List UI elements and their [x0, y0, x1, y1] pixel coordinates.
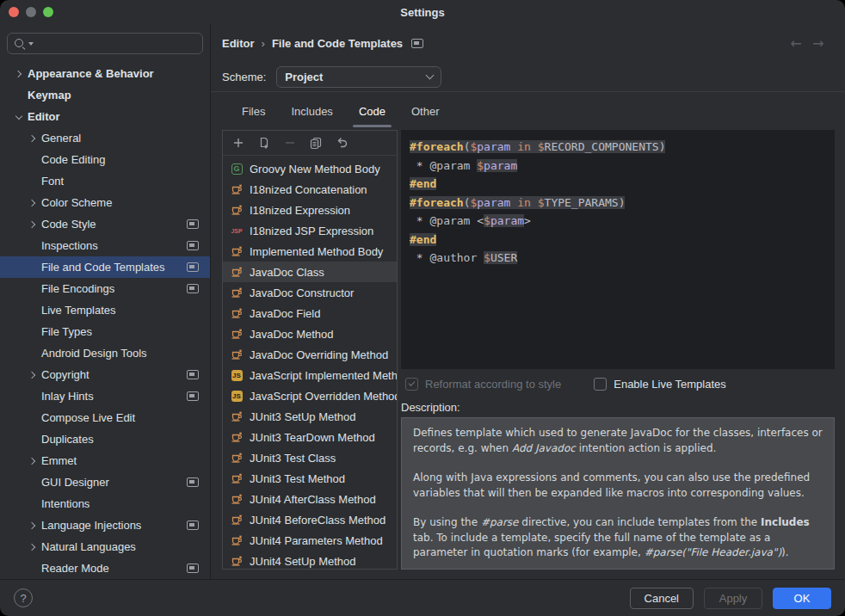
template-list-item[interactable]: JavaDoc Overriding Method	[223, 344, 397, 365]
tree-chevron-right-icon[interactable]	[24, 373, 41, 378]
sidebar-item-copyright[interactable]: Copyright	[0, 364, 210, 385]
sidebar-item-editor[interactable]: Editor	[0, 106, 210, 127]
template-list-item[interactable]: JUnit3 SetUp Method	[223, 406, 397, 427]
sidebar-item-natural-languages[interactable]: Natural Languages	[0, 536, 210, 557]
search-options-caret-icon[interactable]	[28, 42, 34, 46]
tree-chevron-right-icon[interactable]	[24, 222, 41, 227]
description-panel[interactable]: Defines template which used to generate …	[401, 417, 835, 570]
enable-live-templates-checkbox[interactable]	[594, 378, 607, 391]
reset-to-default-icon[interactable]	[331, 133, 352, 152]
duplicate-template-button[interactable]	[305, 133, 326, 152]
sidebar-item-label: Inlay Hints	[41, 390, 94, 403]
back-arrow-button[interactable]: ←	[785, 35, 807, 52]
search-input[interactable]	[35, 37, 197, 50]
template-list-item[interactable]: JSJavaScript Overridden Method	[223, 385, 397, 406]
sidebar-item-file-types[interactable]: File Types	[0, 321, 210, 342]
enable-live-templates-label: Enable Live Templates	[614, 378, 726, 391]
show-in-editor-icon	[187, 391, 199, 401]
settings-search-field[interactable]	[7, 33, 203, 54]
template-code-editor[interactable]: #foreach($param in $RECORD_COMPONENTS) *…	[401, 130, 835, 369]
tree-chevron-right-icon[interactable]	[24, 545, 41, 550]
template-list-item[interactable]: JUnit3 Test Method	[223, 468, 397, 489]
search-icon[interactable]	[13, 37, 27, 51]
tree-chevron-down-icon[interactable]	[10, 115, 28, 119]
enable-live-templates-option[interactable]: Enable Live Templates	[594, 378, 726, 391]
sidebar-item-reader-mode[interactable]: Reader Mode	[0, 557, 210, 579]
tree-chevron-right-icon[interactable]	[24, 136, 41, 141]
tab-includes[interactable]: Includes	[280, 92, 343, 130]
tab-other[interactable]: Other	[400, 92, 451, 130]
sidebar-item-label: Android Design Tools	[41, 347, 147, 360]
add-template-button[interactable]	[228, 133, 249, 152]
help-button[interactable]: ?	[14, 588, 33, 607]
java-file-icon	[230, 286, 244, 299]
tree-chevron-right-icon[interactable]	[24, 523, 41, 528]
reformat-checkbox[interactable]	[405, 378, 418, 391]
template-list-item[interactable]: JavaDoc Constructor	[223, 282, 397, 303]
java-file-icon	[230, 244, 244, 258]
sidebar-item-font[interactable]: Font	[0, 170, 210, 192]
template-list-item[interactable]: JSPI18nized JSP Expression	[223, 220, 397, 241]
java-file-icon	[230, 265, 244, 279]
cancel-button[interactable]: Cancel	[630, 588, 694, 609]
template-list-item[interactable]: JUnit4 AfterClass Method	[223, 489, 397, 509]
sidebar-item-inlay-hints[interactable]: Inlay Hints	[0, 385, 210, 407]
tab-code[interactable]: Code	[348, 92, 397, 130]
template-list-item[interactable]: I18nized Expression	[223, 200, 397, 220]
sidebar-item-compose-live-edit[interactable]: Compose Live Edit	[0, 407, 210, 428]
sidebar-item-inspections[interactable]: Inspections	[0, 235, 210, 256]
template-list-item[interactable]: GGroovy New Method Body	[223, 158, 397, 179]
sidebar-item-general[interactable]: General	[0, 127, 210, 149]
java-file-icon	[230, 492, 244, 506]
tree-chevron-right-icon[interactable]	[24, 200, 41, 206]
remove-template-button[interactable]	[280, 133, 300, 152]
sidebar-item-live-templates[interactable]: Live Templates	[0, 299, 210, 321]
show-in-editor-icon	[411, 39, 423, 48]
sidebar-item-code-editing[interactable]: Code Editing	[0, 149, 210, 170]
sidebar-item-file-and-code-templates[interactable]: File and Code Templates	[0, 256, 210, 278]
sidebar-item-keymap[interactable]: Keymap	[0, 84, 210, 106]
sidebar-item-appearance-behavior[interactable]: Appearance & Behavior	[0, 63, 210, 84]
template-list-item[interactable]: Implemented Method Body	[223, 241, 397, 262]
description-paragraph: Along with Java expressions and comments…	[413, 471, 823, 501]
java-file-icon	[230, 451, 244, 465]
copy-template-button[interactable]	[254, 133, 274, 152]
tree-chevron-right-icon[interactable]	[24, 459, 41, 464]
template-name: JUnit3 Test Method	[250, 472, 345, 485]
template-list-item[interactable]: JavaDoc Method	[223, 323, 397, 344]
template-list-item[interactable]: JUnit4 BeforeClass Method	[223, 509, 397, 530]
sidebar-item-label: Code Editing	[41, 153, 105, 166]
dialog-footer: ? Cancel Apply OK	[0, 579, 845, 616]
sidebar-item-android-design-tools[interactable]: Android Design Tools	[0, 342, 210, 364]
sidebar-item-color-scheme[interactable]: Color Scheme	[0, 192, 210, 213]
sidebar-item-duplicates[interactable]: Duplicates	[0, 428, 210, 450]
sidebar-item-label: Natural Languages	[41, 540, 136, 553]
show-in-editor-icon	[187, 284, 199, 293]
scheme-dropdown[interactable]: Project	[276, 66, 441, 88]
code-line: * @param <$param>	[410, 212, 826, 231]
sidebar-item-label: Font	[41, 175, 64, 188]
template-list-item[interactable]: JUnit3 TearDown Method	[223, 427, 397, 447]
template-list-item[interactable]: JSJavaScript Implemented Method	[223, 365, 397, 385]
template-list-item[interactable]: I18nized Concatenation	[223, 179, 397, 200]
settings-sidebar: Appearance & BehaviorKeymapEditorGeneral…	[0, 24, 211, 579]
sidebar-item-language-injections[interactable]: Language Injections	[0, 514, 210, 536]
ok-button[interactable]: OK	[773, 588, 831, 609]
sidebar-item-file-encodings[interactable]: File Encodings	[0, 278, 210, 299]
tree-chevron-right-icon[interactable]	[10, 71, 28, 77]
sidebar-item-code-style[interactable]: Code Style	[0, 213, 210, 235]
sidebar-item-emmet[interactable]: Emmet	[0, 450, 210, 471]
template-list-item[interactable]: JUnit3 Test Class	[223, 447, 397, 468]
template-list-item[interactable]: JavaDoc Field	[223, 303, 397, 323]
breadcrumb-parent[interactable]: Editor	[222, 37, 255, 50]
apply-button[interactable]: Apply	[704, 588, 762, 609]
template-list-item[interactable]: JUnit4 SetUp Method	[223, 551, 397, 569]
template-list-item[interactable]: JavaDoc Class	[223, 262, 397, 282]
sidebar-item-intentions[interactable]: Intentions	[0, 493, 210, 514]
settings-tree: Appearance & BehaviorKeymapEditorGeneral…	[0, 61, 210, 579]
template-list-item[interactable]: JUnit4 Parameters Method	[223, 530, 397, 551]
tab-files[interactable]: Files	[231, 92, 276, 130]
sidebar-item-gui-designer[interactable]: GUI Designer	[0, 471, 210, 493]
reformat-checkbox-option[interactable]: Reformat according to style	[405, 378, 561, 391]
forward-arrow-button[interactable]: →	[807, 35, 830, 52]
